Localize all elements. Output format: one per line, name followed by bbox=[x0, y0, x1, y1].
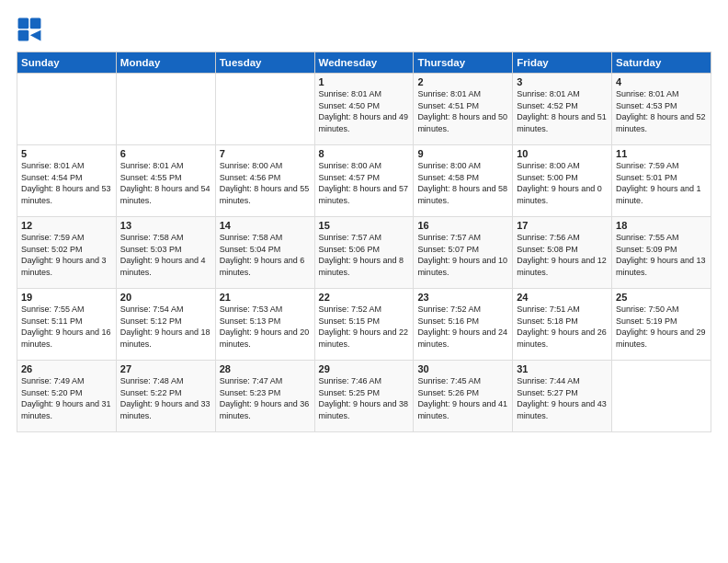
day-number: 4 bbox=[616, 76, 707, 87]
calendar-cell: 28 Sunrise: 7:47 AMSunset: 5:23 PMDaylig… bbox=[215, 361, 314, 432]
cell-content: Sunrise: 7:59 AMSunset: 5:02 PMDaylight:… bbox=[21, 232, 112, 278]
day-number: 10 bbox=[517, 148, 608, 159]
calendar-cell: 26 Sunrise: 7:49 AMSunset: 5:20 PMDaylig… bbox=[17, 361, 117, 432]
svg-marker-3 bbox=[30, 30, 41, 41]
calendar-cell: 6 Sunrise: 8:01 AMSunset: 4:55 PMDayligh… bbox=[116, 145, 215, 217]
calendar-week-4: 26 Sunrise: 7:49 AMSunset: 5:20 PMDaylig… bbox=[17, 361, 711, 432]
day-number: 16 bbox=[417, 220, 508, 231]
day-number: 30 bbox=[417, 363, 508, 374]
calendar-week-2: 12 Sunrise: 7:59 AMSunset: 5:02 PMDaylig… bbox=[17, 217, 711, 289]
cell-content: Sunrise: 7:51 AMSunset: 5:18 PMDaylight:… bbox=[517, 304, 608, 350]
day-number: 15 bbox=[319, 220, 410, 231]
calendar-cell bbox=[215, 74, 314, 145]
cell-content: Sunrise: 8:01 AMSunset: 4:53 PMDaylight:… bbox=[616, 88, 707, 134]
day-number: 25 bbox=[616, 292, 707, 303]
header-sunday: Sunday bbox=[17, 52, 117, 74]
calendar-cell: 21 Sunrise: 7:53 AMSunset: 5:13 PMDaylig… bbox=[215, 289, 314, 361]
calendar-table: SundayMondayTuesdayWednesdayThursdayFrid… bbox=[17, 52, 711, 432]
header-saturday: Saturday bbox=[612, 52, 711, 74]
cell-content: Sunrise: 7:57 AMSunset: 5:07 PMDaylight:… bbox=[417, 232, 508, 278]
day-number: 3 bbox=[517, 76, 608, 87]
cell-content: Sunrise: 7:47 AMSunset: 5:23 PMDaylight:… bbox=[220, 375, 311, 421]
cell-content: Sunrise: 8:01 AMSunset: 4:54 PMDaylight:… bbox=[21, 160, 112, 206]
cell-content: Sunrise: 7:45 AMSunset: 5:26 PMDaylight:… bbox=[417, 375, 508, 421]
calendar-cell: 1 Sunrise: 8:01 AMSunset: 4:50 PMDayligh… bbox=[314, 74, 414, 145]
calendar-cell: 24 Sunrise: 7:51 AMSunset: 5:18 PMDaylig… bbox=[513, 289, 612, 361]
day-number: 2 bbox=[417, 76, 508, 87]
day-number: 11 bbox=[616, 148, 707, 159]
cell-content: Sunrise: 7:56 AMSunset: 5:08 PMDaylight:… bbox=[517, 232, 608, 278]
header-tuesday: Tuesday bbox=[215, 52, 314, 74]
cell-content: Sunrise: 8:00 AMSunset: 5:00 PMDaylight:… bbox=[517, 160, 608, 206]
cell-content: Sunrise: 7:46 AMSunset: 5:25 PMDaylight:… bbox=[319, 375, 410, 421]
cell-content: Sunrise: 7:44 AMSunset: 5:27 PMDaylight:… bbox=[517, 375, 608, 421]
logo bbox=[17, 17, 46, 42]
svg-rect-1 bbox=[30, 18, 41, 29]
day-number: 24 bbox=[517, 292, 608, 303]
cell-content: Sunrise: 7:48 AMSunset: 5:22 PMDaylight:… bbox=[120, 375, 211, 421]
day-number: 18 bbox=[616, 220, 707, 231]
cell-content: Sunrise: 7:52 AMSunset: 5:15 PMDaylight:… bbox=[319, 304, 410, 350]
calendar-cell: 18 Sunrise: 7:55 AMSunset: 5:09 PMDaylig… bbox=[612, 217, 711, 289]
calendar-cell: 15 Sunrise: 7:57 AMSunset: 5:06 PMDaylig… bbox=[314, 217, 414, 289]
cell-content: Sunrise: 7:50 AMSunset: 5:19 PMDaylight:… bbox=[616, 304, 707, 350]
cell-content: Sunrise: 7:59 AMSunset: 5:01 PMDaylight:… bbox=[616, 160, 707, 206]
cell-content: Sunrise: 7:57 AMSunset: 5:06 PMDaylight:… bbox=[319, 232, 410, 278]
calendar-cell: 8 Sunrise: 8:00 AMSunset: 4:57 PMDayligh… bbox=[314, 145, 414, 217]
calendar-cell bbox=[612, 361, 711, 432]
cell-content: Sunrise: 8:00 AMSunset: 4:58 PMDaylight:… bbox=[417, 160, 508, 206]
calendar-cell bbox=[17, 74, 117, 145]
svg-rect-2 bbox=[18, 30, 29, 41]
day-number: 6 bbox=[120, 148, 211, 159]
day-number: 5 bbox=[21, 148, 112, 159]
cell-content: Sunrise: 8:01 AMSunset: 4:52 PMDaylight:… bbox=[517, 88, 608, 134]
cell-content: Sunrise: 8:01 AMSunset: 4:50 PMDaylight:… bbox=[319, 88, 410, 134]
calendar-cell: 13 Sunrise: 7:58 AMSunset: 5:03 PMDaylig… bbox=[116, 217, 215, 289]
header-friday: Friday bbox=[513, 52, 612, 74]
calendar-cell: 9 Sunrise: 8:00 AMSunset: 4:58 PMDayligh… bbox=[414, 145, 513, 217]
calendar-cell: 10 Sunrise: 8:00 AMSunset: 5:00 PMDaylig… bbox=[513, 145, 612, 217]
day-number: 1 bbox=[319, 76, 410, 87]
cell-content: Sunrise: 7:55 AMSunset: 5:11 PMDaylight:… bbox=[21, 304, 112, 350]
calendar-cell: 5 Sunrise: 8:01 AMSunset: 4:54 PMDayligh… bbox=[17, 145, 117, 217]
calendar-cell: 17 Sunrise: 7:56 AMSunset: 5:08 PMDaylig… bbox=[513, 217, 612, 289]
calendar-cell: 12 Sunrise: 7:59 AMSunset: 5:02 PMDaylig… bbox=[17, 217, 117, 289]
cell-content: Sunrise: 7:54 AMSunset: 5:12 PMDaylight:… bbox=[120, 304, 211, 350]
calendar-cell: 14 Sunrise: 7:58 AMSunset: 5:04 PMDaylig… bbox=[215, 217, 314, 289]
calendar-week-0: 1 Sunrise: 8:01 AMSunset: 4:50 PMDayligh… bbox=[17, 74, 711, 145]
day-number: 29 bbox=[319, 363, 410, 374]
calendar-cell: 31 Sunrise: 7:44 AMSunset: 5:27 PMDaylig… bbox=[513, 361, 612, 432]
calendar-cell: 30 Sunrise: 7:45 AMSunset: 5:26 PMDaylig… bbox=[414, 361, 513, 432]
day-number: 23 bbox=[417, 292, 508, 303]
day-number: 19 bbox=[21, 292, 112, 303]
calendar-week-3: 19 Sunrise: 7:55 AMSunset: 5:11 PMDaylig… bbox=[17, 289, 711, 361]
cell-content: Sunrise: 7:58 AMSunset: 5:04 PMDaylight:… bbox=[220, 232, 311, 278]
day-number: 14 bbox=[220, 220, 311, 231]
header-thursday: Thursday bbox=[414, 52, 513, 74]
day-number: 13 bbox=[120, 220, 211, 231]
day-number: 12 bbox=[21, 220, 112, 231]
calendar-header-row: SundayMondayTuesdayWednesdayThursdayFrid… bbox=[17, 52, 711, 74]
calendar-cell: 11 Sunrise: 7:59 AMSunset: 5:01 PMDaylig… bbox=[612, 145, 711, 217]
cell-content: Sunrise: 7:49 AMSunset: 5:20 PMDaylight:… bbox=[21, 375, 112, 421]
cell-content: Sunrise: 7:58 AMSunset: 5:03 PMDaylight:… bbox=[120, 232, 211, 278]
calendar-week-1: 5 Sunrise: 8:01 AMSunset: 4:54 PMDayligh… bbox=[17, 145, 711, 217]
logo-icon bbox=[17, 17, 42, 42]
calendar-cell: 16 Sunrise: 7:57 AMSunset: 5:07 PMDaylig… bbox=[414, 217, 513, 289]
day-number: 17 bbox=[517, 220, 608, 231]
calendar-cell: 29 Sunrise: 7:46 AMSunset: 5:25 PMDaylig… bbox=[314, 361, 414, 432]
calendar-cell: 3 Sunrise: 8:01 AMSunset: 4:52 PMDayligh… bbox=[513, 74, 612, 145]
cell-content: Sunrise: 8:00 AMSunset: 4:56 PMDaylight:… bbox=[220, 160, 311, 206]
cell-content: Sunrise: 8:01 AMSunset: 4:51 PMDaylight:… bbox=[417, 88, 508, 134]
day-number: 22 bbox=[319, 292, 410, 303]
cell-content: Sunrise: 8:00 AMSunset: 4:57 PMDaylight:… bbox=[319, 160, 410, 206]
cell-content: Sunrise: 8:01 AMSunset: 4:55 PMDaylight:… bbox=[120, 160, 211, 206]
day-number: 31 bbox=[517, 363, 608, 374]
day-number: 26 bbox=[21, 363, 112, 374]
header-monday: Monday bbox=[116, 52, 215, 74]
day-number: 7 bbox=[220, 148, 311, 159]
day-number: 21 bbox=[220, 292, 311, 303]
calendar-cell: 25 Sunrise: 7:50 AMSunset: 5:19 PMDaylig… bbox=[612, 289, 711, 361]
calendar-cell: 19 Sunrise: 7:55 AMSunset: 5:11 PMDaylig… bbox=[17, 289, 117, 361]
calendar-cell: 7 Sunrise: 8:00 AMSunset: 4:56 PMDayligh… bbox=[215, 145, 314, 217]
